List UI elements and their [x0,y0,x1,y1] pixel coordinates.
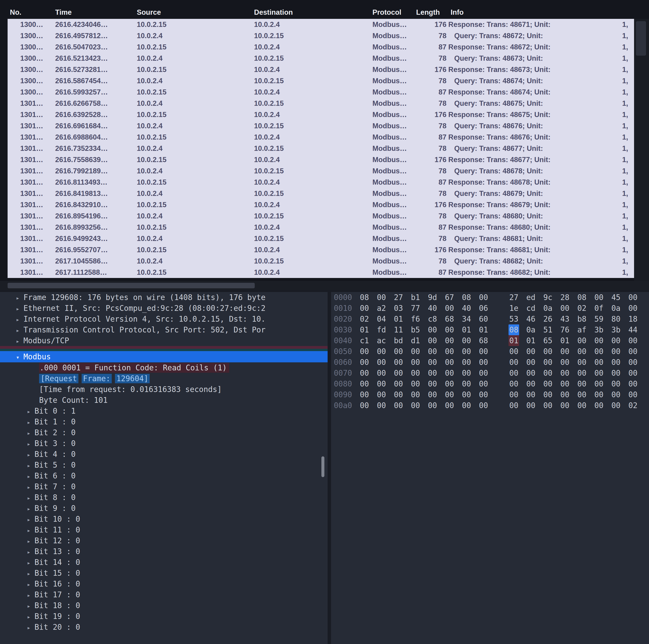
hex-byte[interactable]: 00 [594,335,604,346]
hex-byte[interactable]: 00 [576,400,587,411]
hex-byte[interactable]: 00 [594,379,604,389]
hex-byte[interactable]: fd [376,325,387,335]
hex-byte[interactable]: 00 [393,389,404,400]
tree-row[interactable]: ▸Frame 129608: 176 bytes on wire (1408 b… [0,292,328,303]
packet-row[interactable]: 1301… 2616.7352334… 10.0.2.4 10.0.2.15 M… [8,143,634,154]
hex-byte[interactable]: 00 [560,400,570,411]
hex-byte[interactable]: 68 [478,335,489,346]
hex-byte[interactable]: 00 [461,389,472,400]
hex-byte[interactable]: 00 [509,368,519,379]
hex-byte[interactable]: 40 [427,303,438,314]
hex-byte[interactable]: 3b [594,325,604,335]
packet-row[interactable]: 1301… 2616.7558639… 10.0.2.15 10.0.2.4 M… [8,154,634,165]
tree-row[interactable]: ▸Ethernet II, Src: PcsCompu_ed:9c:28 (08… [0,303,328,314]
hex-byte[interactable]: 00 [427,389,438,400]
tree-row[interactable]: .000 0001 = Function Code: Read Coils (1… [0,362,328,373]
request-frame-link[interactable]: Frame: [82,374,112,383]
hex-byte[interactable]: 00 [594,368,604,379]
tree-row[interactable]: ▾Modbus [0,351,328,362]
hex-byte[interactable]: 00 [393,379,404,389]
hex-byte[interactable]: 00 [611,379,621,389]
hex-byte[interactable]: 00 [525,379,536,389]
hex-byte[interactable]: ed [525,292,536,303]
hex-byte[interactable]: 3b [611,325,621,335]
packet-list-horizontal-scrollbar[interactable] [0,281,649,290]
hex-byte[interactable]: 00 [628,389,638,400]
packet-row[interactable]: 1300… 2616.5993257… 10.0.2.15 10.0.2.4 M… [8,86,634,98]
collapsed-arrow-icon[interactable]: ▸ [23,449,35,460]
hex-byte[interactable]: 11 [393,325,404,335]
collapsed-arrow-icon[interactable]: ▸ [23,428,35,438]
hex-byte[interactable]: 00 [444,389,455,400]
hex-byte[interactable]: 00 [525,357,536,368]
collapsed-arrow-icon[interactable]: ▸ [23,525,35,535]
hex-byte[interactable]: 00 [461,400,472,411]
tree-row[interactable]: ▸Bit 13 : 0 [0,546,328,557]
hex-byte[interactable]: 00 [560,389,570,400]
collapsed-arrow-icon[interactable]: ▸ [23,493,35,503]
hex-byte[interactable]: 00 [359,357,370,368]
hex-byte[interactable]: cd [525,303,536,314]
hex-byte[interactable]: 53 [509,314,519,325]
scrollbar-thumb[interactable] [636,21,646,56]
hex-byte[interactable]: 01 [478,325,489,335]
packet-row[interactable]: 1300… 2616.5273281… 10.0.2.15 10.0.2.4 M… [8,64,634,75]
collapsed-arrow-icon[interactable]: ▸ [23,622,35,633]
hex-byte[interactable]: 00 [628,292,638,303]
hex-byte[interactable]: b8 [576,314,587,325]
hex-byte[interactable]: 00 [461,357,472,368]
packet-row[interactable]: 1301… 2616.6988604… 10.0.2.15 10.0.2.4 M… [8,131,634,143]
hex-row[interactable]: 005000000000000000000000000000000000 [331,346,649,357]
hex-byte[interactable]: bd [393,335,404,346]
tree-row[interactable]: ▸Bit 11 : 0 [0,524,328,535]
hex-byte[interactable]: 00 [427,357,438,368]
tree-row[interactable]: ▸Internet Protocol Version 4, Src: 10.0.… [0,314,328,325]
tree-row[interactable]: ▸Bit 20 : 0 [0,622,328,633]
hex-byte[interactable]: 00 [509,379,519,389]
hex-byte[interactable]: 00 [359,389,370,400]
hex-byte[interactable]: 00 [576,379,587,389]
hex-byte[interactable]: 00 [376,379,387,389]
collapsed-arrow-icon[interactable]: ▸ [23,536,35,546]
tree-row[interactable]: ▸Bit 16 : 0 [0,578,328,589]
hex-byte[interactable]: 00 [376,400,387,411]
hex-byte[interactable]: 27 [393,292,404,303]
hex-byte[interactable]: 00 [594,357,604,368]
hex-byte[interactable]: a2 [376,303,387,314]
collapsed-arrow-icon[interactable]: ▸ [12,336,24,346]
packet-row[interactable]: 1300… 2616.4234046… 10.0.2.15 10.0.2.4 M… [8,19,634,30]
hex-byte[interactable]: 0a [525,325,536,335]
tree-row[interactable]: ▸Bit 9 : 0 [0,503,328,514]
tree-row[interactable]: ▸Bit 7 : 0 [0,481,328,492]
packet-row[interactable]: 1301… 2616.8113493… 10.0.2.15 10.0.2.4 M… [8,177,634,188]
hex-byte[interactable]: 00 [525,400,536,411]
hex-byte[interactable]: 00 [376,292,387,303]
hex-byte[interactable]: 08 [359,292,370,303]
hex-byte[interactable]: 00 [444,325,455,335]
hex-byte[interactable]: 00 [560,368,570,379]
hex-byte[interactable]: 76 [560,325,570,335]
hex-byte[interactable]: 00 [543,357,553,368]
hex-byte[interactable]: 00 [611,389,621,400]
hex-byte[interactable]: 00 [628,368,638,379]
hex-byte[interactable]: 00 [560,346,570,357]
hex-byte[interactable]: 0f [594,303,604,314]
hex-byte[interactable]: 08 [509,325,519,335]
hex-byte[interactable]: 00 [628,346,638,357]
hex-byte[interactable]: 01 [560,335,570,346]
hex-byte[interactable]: 26 [543,314,553,325]
tree-row[interactable]: ▸Bit 8 : 0 [0,492,328,503]
packet-row[interactable]: 1300… 2616.5213423… 10.0.2.4 10.0.2.15 M… [8,53,634,64]
packet-row[interactable]: 1301… 2616.8432910… 10.0.2.15 10.0.2.4 M… [8,199,634,210]
hex-byte[interactable]: 00 [410,379,421,389]
hex-row[interactable]: 009000000000000000000000000000000000 [331,389,649,400]
column-header[interactable]: Destination [252,8,370,16]
tree-row[interactable]: ▸Bit 14 : 0 [0,557,328,568]
packet-row[interactable]: 1301… 2616.9552707… 10.0.2.15 10.0.2.4 M… [8,244,634,255]
hex-byte[interactable]: 00 [478,368,489,379]
hex-byte[interactable]: 00 [611,335,621,346]
hex-byte[interactable]: 65 [543,335,553,346]
collapsed-arrow-icon[interactable]: ▸ [12,325,24,335]
hex-byte[interactable]: 00 [611,400,621,411]
request-frame-link[interactable]: [Request [39,374,78,383]
